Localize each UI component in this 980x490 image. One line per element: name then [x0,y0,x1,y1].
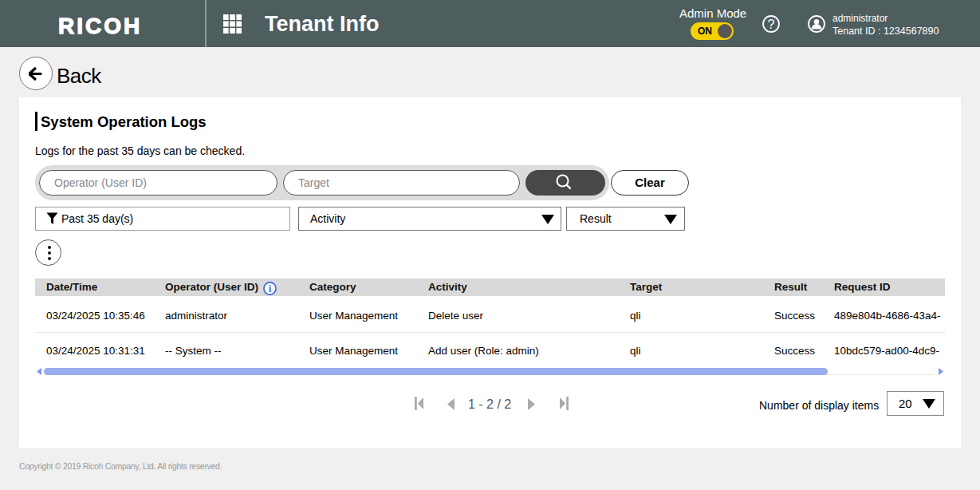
svg-text:i: i [269,283,272,294]
svg-text:?: ? [768,18,775,31]
